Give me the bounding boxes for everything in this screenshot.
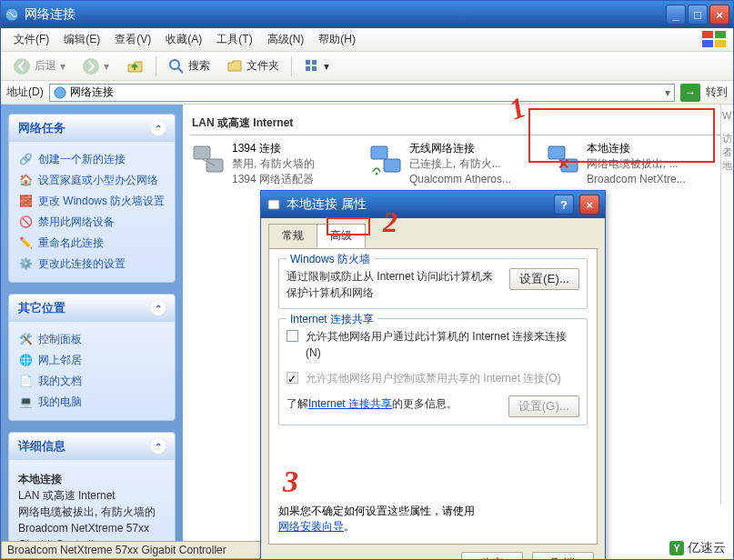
task-rename[interactable]: ✏️重命名此连接 xyxy=(18,233,166,254)
address-value: 网络连接 xyxy=(70,85,114,100)
dialog-help-button[interactable]: ? xyxy=(554,195,574,215)
menu-view[interactable]: 查看(V) xyxy=(107,28,158,51)
main-window: 网络连接 _ □ × 文件(F) 编辑(E) 查看(V) 收藏(A) 工具(T)… xyxy=(0,0,734,560)
task-disable[interactable]: 🚫禁用此网络设备 xyxy=(18,212,166,233)
back-button[interactable]: 后退 ▾ xyxy=(6,53,72,80)
brand-icon: Y xyxy=(669,541,684,555)
ics-learn-link[interactable]: Internet 连接共享 xyxy=(308,397,392,410)
titlebar: 网络连接 _ □ × xyxy=(1,1,733,28)
menu-tools[interactable]: 工具(T) xyxy=(209,28,259,51)
menu-edit[interactable]: 编辑(E) xyxy=(56,28,107,51)
tab-panel-advanced: Windows 防火墙 通过限制或防止从 Internet 访问此计算机来保护计… xyxy=(268,248,598,545)
brand-watermark: Y 亿速云 xyxy=(669,540,726,556)
address-label: 地址(D) xyxy=(6,85,44,100)
maximize-button[interactable]: □ xyxy=(688,5,708,25)
firewall-group-title: Windows 防火墙 xyxy=(287,252,374,267)
ics-group-title: Internet 连接共享 xyxy=(287,312,377,327)
firewall-group: Windows 防火墙 通过限制或防止从 Internet 访问此计算机来保护计… xyxy=(278,258,588,309)
wireless-icon xyxy=(367,141,404,177)
folders-button[interactable]: 文件夹 xyxy=(220,54,286,79)
firewall-settings-button[interactable]: 设置(E)... xyxy=(509,268,579,290)
details-title: 详细信息 xyxy=(18,438,65,455)
toolbar: 后退 ▾ ▾ 搜索 文件夹 ▾ xyxy=(1,52,733,81)
app-icon xyxy=(5,7,19,22)
place-documents[interactable]: 📄我的文档 xyxy=(18,371,166,392)
tasks-title: 网络任务 xyxy=(18,120,65,136)
close-button[interactable]: × xyxy=(709,5,729,25)
dialog-titlebar: 本地连接 属性 ? × xyxy=(261,191,605,218)
task-firewall[interactable]: 🧱更改 Windows 防火墙设置 xyxy=(18,191,166,212)
properties-dialog: 本地连接 属性 ? × 常规 高级 Windows 防火墙 通过限制或防止从 I… xyxy=(260,190,606,560)
menu-file[interactable]: 文件(F) xyxy=(6,28,56,51)
tab-general[interactable]: 常规 xyxy=(268,224,317,248)
ics-control-checkbox: ✓ xyxy=(287,372,298,384)
svg-rect-11 xyxy=(306,66,310,71)
task-new-connection[interactable]: 🔗创建一个新的连接 xyxy=(18,149,166,170)
place-control-panel[interactable]: 🛠️控制面板 xyxy=(18,329,166,350)
detail-type: LAN 或高速 Internet xyxy=(18,487,166,504)
svg-rect-2 xyxy=(715,31,726,38)
ok-button[interactable]: 确定 xyxy=(461,552,523,560)
task-settings[interactable]: ⚙️更改此连接的设置 xyxy=(18,254,166,275)
svg-point-13 xyxy=(55,86,65,97)
svg-rect-12 xyxy=(312,66,317,71)
detail-name: 本地连接 xyxy=(18,471,166,487)
minimize-button[interactable]: _ xyxy=(666,5,686,25)
place-computer[interactable]: 💻我的电脑 xyxy=(18,392,166,413)
other-title: 其它位置 xyxy=(18,300,65,316)
detail-status: 网络电缆被拔出, 有防火墙的 xyxy=(18,504,166,520)
address-bar: 地址(D) 网络连接 ▾ → 转到 xyxy=(1,81,733,105)
network-wizard-link[interactable]: 网络安装向导 xyxy=(278,520,344,533)
dialog-close-button[interactable]: × xyxy=(579,195,599,215)
svg-rect-17 xyxy=(371,146,387,159)
windows-flag-icon xyxy=(702,31,728,49)
go-button[interactable]: → xyxy=(680,84,700,102)
views-button[interactable]: ▾ xyxy=(297,54,336,79)
collapse-icon[interactable]: ⌃ xyxy=(151,439,166,454)
connection-1394[interactable]: 1394 连接 禁用, 有防火墙的 1394 网络适配器 xyxy=(190,141,349,186)
wizard-hint: 如果您不确定如何设置这些属性，请使用 网络安装向导。 xyxy=(278,504,588,535)
collapse-icon[interactable]: ⌃ xyxy=(151,301,166,315)
up-button[interactable] xyxy=(119,53,150,80)
dialog-title: 本地连接 属性 xyxy=(287,196,548,213)
svg-point-19 xyxy=(376,173,378,175)
search-button[interactable]: 搜索 xyxy=(162,54,216,79)
brand-text: 亿速云 xyxy=(688,540,726,556)
svg-rect-3 xyxy=(702,40,713,47)
svg-rect-18 xyxy=(384,159,400,172)
svg-point-7 xyxy=(170,60,179,69)
menubar: 文件(F) 编辑(E) 查看(V) 收藏(A) 工具(T) 高级(N) 帮助(H… xyxy=(1,28,733,52)
annotation-3: 3 xyxy=(283,465,298,499)
ics-group: Internet 连接共享 允许其他网络用户通过此计算机的 Internet 连… xyxy=(278,318,588,425)
svg-rect-1 xyxy=(702,31,713,38)
other-places-panel: 其它位置 ⌃ 🛠️控制面板 🌐网上邻居 📄我的文档 💻我的电脑 xyxy=(8,294,176,421)
svg-rect-14 xyxy=(194,146,210,159)
ics-settings-button: 设置(G)... xyxy=(508,395,579,417)
annotation-box-1 xyxy=(528,108,715,163)
right-cutoff: W访者地 xyxy=(720,105,733,505)
sidebar: 网络任务 ⌃ 🔗创建一个新的连接 🏠设置家庭或小型办公网络 🧱更改 Window… xyxy=(1,105,183,560)
svg-rect-9 xyxy=(306,60,310,65)
menu-advanced[interactable]: 高级(N) xyxy=(260,28,312,51)
network-tasks-panel: 网络任务 ⌃ 🔗创建一个新的连接 🏠设置家庭或小型办公网络 🧱更改 Window… xyxy=(8,114,176,283)
address-combo[interactable]: 网络连接 ▾ xyxy=(49,84,675,102)
connection-wireless[interactable]: 无线网络连接 已连接上, 有防火... Qualcomm Atheros... xyxy=(367,141,527,186)
svg-point-6 xyxy=(83,58,99,75)
folders-label: 文件夹 xyxy=(246,58,279,74)
ics-allow-checkbox[interactable] xyxy=(287,330,298,342)
place-network[interactable]: 🌐网上邻居 xyxy=(18,350,166,371)
menu-favorites[interactable]: 收藏(A) xyxy=(158,28,209,51)
go-label: 转到 xyxy=(706,85,728,100)
ics-control-label: 允许其他网络用户控制或禁用共享的 Internet 连接(O) xyxy=(306,370,579,386)
back-label: 后退 xyxy=(35,58,56,74)
menu-help[interactable]: 帮助(H) xyxy=(311,28,363,51)
task-setup-home[interactable]: 🏠设置家庭或小型办公网络 xyxy=(18,170,166,191)
collapse-icon[interactable]: ⌃ xyxy=(151,121,166,135)
forward-button[interactable]: ▾ xyxy=(75,53,116,80)
cancel-button[interactable]: 取消 xyxy=(532,552,594,560)
search-label: 搜索 xyxy=(188,58,210,74)
svg-line-8 xyxy=(178,68,183,73)
firewall-text: 通过限制或防止从 Internet 访问此计算机来保护计算机和网络 xyxy=(287,268,502,301)
window-title: 网络连接 xyxy=(25,6,666,23)
annotation-box-2 xyxy=(327,217,370,235)
